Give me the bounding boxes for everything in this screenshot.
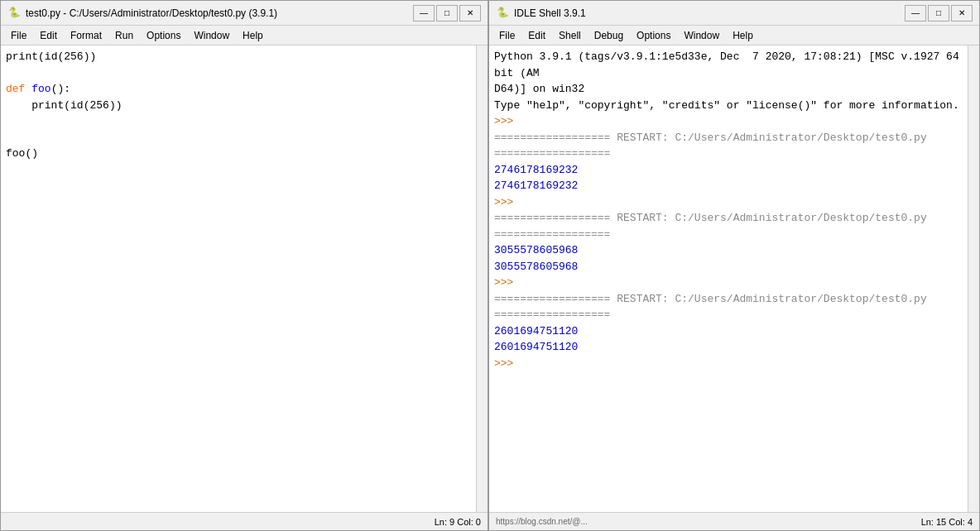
editor-title-bar: 🐍 test0.py - C:/Users/Administrator/Desk… [1, 1, 488, 26]
shell-content-area: Python 3.9.1 (tags/v3.9.1:1e5d33e, Dec 7… [489, 45, 979, 512]
shell-close-button[interactable]: ✕ [951, 5, 973, 22]
shell-menu-shell[interactable]: Shell [552, 28, 588, 43]
shell-status-text: Ln: 15 Col: 4 [921, 517, 973, 527]
editor-menu-file[interactable]: File [4, 28, 33, 43]
shell-title: IDLE Shell 3.9.1 [514, 7, 905, 19]
editor-status-text: Ln: 9 Col: 0 [435, 517, 481, 527]
code-editor[interactable]: print(id(256)) def foo(): print(id(256))… [1, 45, 476, 512]
shell-watermark: https://blog.csdn.net/@... [496, 517, 588, 526]
editor-menu-edit[interactable]: Edit [33, 28, 64, 43]
editor-title: test0.py - C:/Users/Administrator/Deskto… [26, 7, 413, 19]
editor-menu-bar: File Edit Format Run Options Window Help [1, 26, 488, 45]
shell-menu-debug[interactable]: Debug [588, 28, 630, 43]
shell-window-controls: — □ ✕ [905, 5, 973, 22]
shell-menu-file[interactable]: File [492, 28, 521, 43]
shell-minimize-button[interactable]: — [905, 5, 926, 22]
shell-status-bar: https://blog.csdn.net/@... Ln: 15 Col: 4 [489, 512, 979, 530]
shell-maximize-button[interactable]: □ [928, 5, 949, 22]
editor-close-button[interactable]: ✕ [459, 5, 481, 22]
shell-app-icon: 🐍 [496, 7, 509, 20]
editor-menu-window[interactable]: Window [187, 28, 236, 43]
shell-menu-bar: File Edit Shell Debug Options Window Hel… [489, 26, 979, 45]
shell-menu-edit[interactable]: Edit [521, 28, 552, 43]
shell-menu-help[interactable]: Help [726, 28, 760, 43]
shell-output[interactable]: Python 3.9.1 (tags/v3.9.1:1e5d33e, Dec 7… [489, 45, 968, 512]
editor-menu-options[interactable]: Options [140, 28, 187, 43]
editor-scrollbar[interactable] [476, 45, 488, 512]
editor-menu-run[interactable]: Run [108, 28, 140, 43]
editor-window: 🐍 test0.py - C:/Users/Administrator/Desk… [0, 0, 488, 531]
editor-app-icon: 🐍 [7, 7, 21, 20]
shell-menu-options[interactable]: Options [630, 28, 677, 43]
editor-content-area: print(id(256)) def foo(): print(id(256))… [1, 45, 488, 512]
editor-maximize-button[interactable]: □ [436, 5, 458, 22]
shell-title-bar: 🐍 IDLE Shell 3.9.1 — □ ✕ [489, 1, 979, 26]
editor-menu-help[interactable]: Help [236, 28, 270, 43]
shell-menu-window[interactable]: Window [677, 28, 726, 43]
editor-minimize-button[interactable]: — [413, 5, 435, 22]
shell-window: 🐍 IDLE Shell 3.9.1 — □ ✕ File Edit Shell… [488, 0, 980, 531]
editor-window-controls: — □ ✕ [413, 5, 481, 22]
editor-menu-format[interactable]: Format [64, 28, 108, 43]
editor-status-bar: Ln: 9 Col: 0 [1, 512, 488, 530]
shell-scrollbar[interactable] [968, 45, 979, 512]
